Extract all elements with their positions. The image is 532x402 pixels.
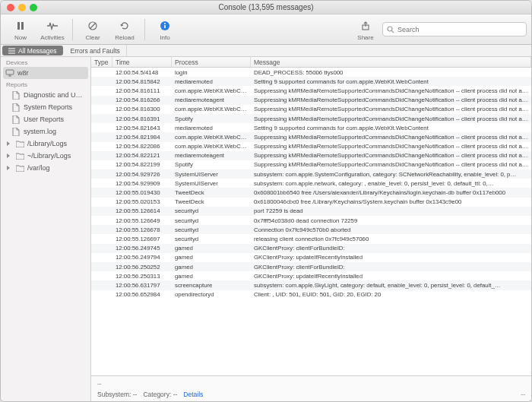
cell-time: 12:00:56.249745 xyxy=(112,245,172,252)
info-button[interactable]: Info xyxy=(150,16,180,43)
cell-time: 12:00:55.126678 xyxy=(112,226,172,233)
log-row[interactable]: 12:00:54.821643mediaremotedSetting 9 sup… xyxy=(91,123,531,132)
cell-message: GKClientProxy: clientForBundleID: xyxy=(251,245,531,252)
cell-message: subsystem: com.apple.network, category: … xyxy=(251,180,531,187)
cell-process: com.apple.WebKit.WebCont… xyxy=(172,106,251,112)
cell-time: 12:00:54.929726 xyxy=(112,171,172,178)
cell-message: 0x608001bb6540 free /Users/alexander/Lib… xyxy=(251,189,531,196)
cell-process: TweetDeck xyxy=(172,198,251,205)
activities-button[interactable]: Activities xyxy=(37,16,68,43)
cell-process: SystemUIServer xyxy=(172,180,251,187)
cell-process: gamed xyxy=(172,273,251,280)
sidebar-item[interactable]: Diagnostic and U… xyxy=(1,89,90,101)
log-row[interactable]: 12:00:54.929909SystemUIServersubsystem: … xyxy=(91,179,531,188)
filter-errors-faults[interactable]: Errors and Faults xyxy=(65,45,127,56)
log-row[interactable]: 12:00:54.816266mediaremoteagentSuppressi… xyxy=(91,96,531,105)
log-row[interactable]: 12:00:54.822121mediaremoteagentSuppressi… xyxy=(91,151,531,160)
window: Console (13,595 messages) Now Activities… xyxy=(0,0,532,402)
cell-process: securityd xyxy=(172,207,251,214)
document-icon xyxy=(11,103,21,112)
log-row[interactable]: 12:00:55.126678securitydConnection 0x7fc… xyxy=(91,225,531,234)
cell-message: Suppressing kMRMediaRemoteSupportedComma… xyxy=(251,143,531,150)
log-row[interactable]: 12:00:55.020153TweetDeck0x61800046cbc0 f… xyxy=(91,198,531,207)
col-type[interactable]: Type xyxy=(91,57,112,67)
footer-right: -- xyxy=(521,391,525,398)
window-title: Console (13,595 messages) xyxy=(1,3,531,11)
sidebar-item-label: system.log xyxy=(24,128,56,135)
titlebar: Console (13,595 messages) xyxy=(1,1,531,14)
share-icon xyxy=(361,18,370,33)
sidebar-item[interactable]: User Reports xyxy=(1,113,90,125)
svg-rect-1 xyxy=(21,22,24,30)
svg-line-3 xyxy=(90,23,96,28)
search-input[interactable] xyxy=(397,26,522,33)
log-row[interactable]: 12:00:54.816300com.apple.WebKit.WebCont…… xyxy=(91,105,531,114)
cell-process: gamed xyxy=(172,264,251,271)
log-row[interactable]: 12:00:54.816111com.apple.WebKit.WebCont…… xyxy=(91,86,531,95)
sidebar-item[interactable]: System Reports xyxy=(1,101,90,113)
sidebar-item[interactable]: /Library/Logs xyxy=(1,138,90,150)
log-row[interactable]: 12:00:55.126614securitydport 72259 is de… xyxy=(91,207,531,216)
log-row[interactable]: 12:00:55.126649securityd0x7fff54c038d0 d… xyxy=(91,216,531,225)
toolbar-label: Share xyxy=(357,34,373,41)
log-row[interactable]: 12:00:54.822199SpotifySuppressing kMRMed… xyxy=(91,160,531,169)
log-row[interactable]: 12:00:54.821984com.apple.WebKit.WebCont…… xyxy=(91,132,531,141)
cell-message: Suppressing kMRMediaRemoteSupportedComma… xyxy=(251,161,531,168)
log-row[interactable]: 12:00:56.631797screencapturesubsystem: c… xyxy=(91,280,531,290)
sidebar-device[interactable]: w8r xyxy=(3,67,88,79)
cell-message: Suppressing kMRMediaRemoteSupportedComma… xyxy=(251,152,531,159)
col-process[interactable]: Process xyxy=(172,57,251,67)
cell-process: login xyxy=(172,69,251,76)
disclosure-icon[interactable] xyxy=(5,141,11,147)
sidebar-item-label: User Reports xyxy=(24,116,64,123)
disclosure-icon[interactable] xyxy=(5,165,11,171)
list-icon xyxy=(8,48,15,54)
log-row[interactable]: 12:00:54.815842mediaremotedSetting 9 sup… xyxy=(91,77,531,86)
log-row[interactable]: 12:00:56.250252gamedGKClientProxy: clien… xyxy=(91,262,531,271)
log-row[interactable]: 12:00:55.019430TweetDeck0x608001bb6540 f… xyxy=(91,188,531,197)
cell-message: releasing client connection 0x7fc949c570… xyxy=(251,236,531,242)
col-message[interactable]: Message xyxy=(251,57,531,67)
filter-all-messages[interactable]: All Messages xyxy=(2,46,63,55)
share-button[interactable]: Share xyxy=(350,16,381,43)
cell-process: com.apple.WebKit.WebCont… xyxy=(172,143,251,150)
reload-button[interactable]: Reload xyxy=(109,16,140,43)
sidebar-item[interactable]: /var/log xyxy=(1,162,90,174)
details-link[interactable]: Details xyxy=(183,391,203,398)
log-row[interactable]: 12:00:54.5/4148loginDEAD_PROCESS: 55006 … xyxy=(91,68,531,77)
filter-label: All Messages xyxy=(18,47,57,55)
log-row[interactable]: 12:00:55.126697securitydreleasing client… xyxy=(91,234,531,243)
clear-button[interactable]: Clear xyxy=(78,16,108,43)
toolbar-label: Clear xyxy=(85,34,100,41)
main-panel: Type Time Process Message 12:00:54.5/414… xyxy=(91,57,531,401)
cell-process: mediaremoteagent xyxy=(172,152,251,159)
cell-time: 12:00:54.816266 xyxy=(112,97,172,103)
cell-process: securityd xyxy=(172,236,251,242)
toolbar-label: Info xyxy=(160,34,169,41)
log-row[interactable]: 12:00:56.652984opendirectorydClient: , U… xyxy=(91,290,531,299)
cell-time: 12:00:55.020153 xyxy=(112,198,172,205)
log-row[interactable]: 12:00:56.249745gamedGKClientProxy: clien… xyxy=(91,244,531,253)
log-rows[interactable]: 12:00:54.5/4148loginDEAD_PROCESS: 55006 … xyxy=(91,68,531,375)
disclosure-icon[interactable] xyxy=(5,153,11,159)
log-row[interactable]: 12:00:56.250313gamedGKClientProxy: updat… xyxy=(91,271,531,280)
search-field[interactable] xyxy=(382,22,527,36)
sidebar-item[interactable]: ~/Library/Logs xyxy=(1,150,90,162)
svg-rect-0 xyxy=(17,22,20,30)
col-time[interactable]: Time xyxy=(112,57,172,67)
log-row[interactable]: 12:00:54.929726SystemUIServersubsystem: … xyxy=(91,169,531,179)
cell-process: securityd xyxy=(172,226,251,233)
cell-time: 12:00:54.929909 xyxy=(112,180,172,187)
now-button[interactable]: Now xyxy=(5,16,36,43)
cell-process: com.apple.WebKit.WebCont… xyxy=(172,87,251,94)
sidebar-item-label: System Reports xyxy=(24,103,72,111)
toolbar-separator xyxy=(144,19,145,40)
log-row[interactable]: 12:00:56.249794gamedGKClientProxy: updat… xyxy=(91,253,531,262)
sidebar-item[interactable]: system.log xyxy=(1,125,90,138)
cell-time: 12:00:55.126614 xyxy=(112,207,172,214)
reload-icon xyxy=(120,18,129,33)
cell-message: Setting 9 supported commands for com.app… xyxy=(251,78,531,85)
toolbar-label: Reload xyxy=(115,34,134,41)
log-row[interactable]: 12:00:54.816391SpotifySuppressing kMRMed… xyxy=(91,114,531,123)
log-row[interactable]: 12:00:54.822086com.apple.WebKit.WebCont…… xyxy=(91,142,531,151)
